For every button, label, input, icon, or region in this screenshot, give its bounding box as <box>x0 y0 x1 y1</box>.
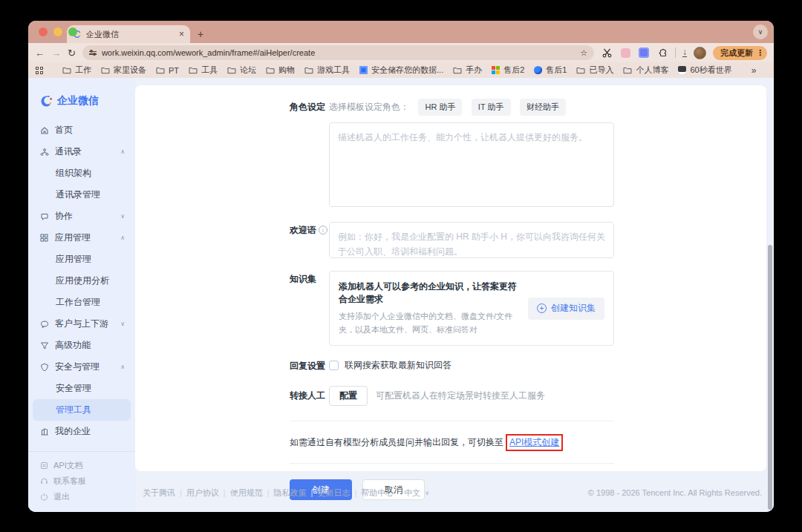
pink-extension-icon[interactable] <box>619 47 631 59</box>
profile-avatar[interactable] <box>694 47 706 59</box>
url-text[interactable]: work.weixin.qq.com/wework_admin/frame#/a… <box>102 48 575 57</box>
bookmark-folder-pt[interactable]: PT <box>156 66 179 75</box>
new-tab-button[interactable]: + <box>198 28 203 40</box>
folder-icon <box>266 67 275 74</box>
chevron-down-icon[interactable]: ∨ <box>120 213 135 220</box>
configure-button[interactable]: 配置 <box>329 386 368 406</box>
sidebar-item-advanced-features[interactable]: 高级功能 <box>28 335 135 356</box>
chevron-up-icon[interactable]: ∧ <box>120 234 135 241</box>
close-window-button[interactable] <box>39 27 48 36</box>
human-transfer-desc: 可配置机器人在特定场景时转接至人工服务 <box>376 390 545 402</box>
footer-link-changelog[interactable]: 更新日志 <box>317 487 350 499</box>
tab-close-icon[interactable]: × <box>179 29 184 39</box>
url-bar[interactable]: work.weixin.qq.com/wework_admin/frame#/a… <box>82 45 594 60</box>
forward-button[interactable]: → <box>51 47 61 59</box>
sidebar-item-workbench-management[interactable]: 工作台管理 <box>28 292 135 313</box>
footer-link-about-tencent[interactable]: 关于腾讯 <box>143 487 175 499</box>
wecom-logo[interactable]: 企业微信 <box>28 78 135 119</box>
sidebar-item-contacts[interactable]: 通讯录 ∧ <box>28 141 135 162</box>
traffic-lights <box>39 27 77 36</box>
folder-icon <box>623 67 632 74</box>
sidebar-item-contacts-management[interactable]: 通讯录管理 <box>28 184 135 206</box>
bookmark-site-secure-storage[interactable]: 安全储存您的数据... <box>359 65 443 76</box>
web-search-checkbox-label[interactable]: 联网搜索获取最新知识回答 <box>345 359 451 372</box>
sidebar-item-collaboration[interactable]: 协作 ∨ <box>28 206 135 227</box>
blue-extension-icon[interactable] <box>638 47 650 59</box>
folder-icon <box>189 67 198 74</box>
footer-link-help-center[interactable]: 帮助中心 <box>361 487 394 499</box>
folder-icon <box>227 67 236 74</box>
minimize-window-button[interactable] <box>53 27 62 36</box>
apps-grid-icon[interactable] <box>36 67 43 74</box>
sidebar-item-contact-support[interactable]: 联系客服 <box>28 473 135 489</box>
maximize-window-button[interactable] <box>68 27 77 36</box>
sidebar-item-logout[interactable]: 退出 <box>28 489 135 505</box>
footer-link-usage-guidelines[interactable]: 使用规范 <box>230 487 263 499</box>
shield-icon <box>39 363 49 372</box>
extensions-puzzle-icon[interactable] <box>656 47 668 59</box>
collaboration-icon <box>39 212 49 221</box>
site-controls-icon[interactable] <box>89 51 97 55</box>
template-chip-hr[interactable]: HR 助手 <box>418 99 462 116</box>
language-selector[interactable]: 中文 <box>404 487 420 499</box>
bookmark-folder-forums[interactable]: 论坛 <box>227 65 256 76</box>
bookmark-folder-shopping[interactable]: 购物 <box>266 65 295 76</box>
sidebar-item-api-docs[interactable]: API文档 <box>28 458 135 473</box>
bookmark-folder-imported[interactable]: 已导入 <box>576 65 613 76</box>
bookmark-folder-home-devices[interactable]: 家里设备 <box>101 65 146 76</box>
bookmark-site-aftersales2[interactable]: 售后2 <box>492 65 524 76</box>
footer-link-user-agreement[interactable]: 用户协议 <box>186 487 219 499</box>
chevron-up-icon[interactable]: ∧ <box>120 148 135 155</box>
chevron-down-icon[interactable]: ∨ <box>120 321 135 327</box>
sidebar-item-my-enterprise[interactable]: 我的企业 <box>28 421 135 442</box>
sidebar-item-org-structure[interactable]: 组织架构 <box>28 162 135 184</box>
scrollbar-thumb[interactable] <box>768 245 772 510</box>
bookmark-star-icon[interactable]: ☆ <box>580 48 587 58</box>
bookmark-folder-game-tools[interactable]: 游戏工具 <box>304 65 350 76</box>
create-knowledge-set-button[interactable]: + 创建知识集 <box>528 298 604 320</box>
footer-link-privacy-policy[interactable]: 隐私政策 <box>274 487 307 499</box>
role-description-textarea[interactable] <box>329 122 614 207</box>
bookmarks-overflow-icon[interactable]: » <box>752 65 757 76</box>
chevron-down-icon[interactable]: ∨ <box>425 490 429 496</box>
info-icon[interactable]: i <box>319 226 327 234</box>
web-search-checkbox[interactable] <box>329 361 339 370</box>
sidebar-item-app-management[interactable]: 应用管理 ∧ <box>28 227 135 249</box>
sidebar-item-app-management-sub[interactable]: 应用管理 <box>28 249 135 270</box>
template-chip-finance[interactable]: 财经助手 <box>520 99 566 116</box>
welcome-message-textarea[interactable] <box>329 222 614 258</box>
downloads-icon[interactable]: ↓ <box>682 48 687 57</box>
back-button[interactable]: ← <box>35 47 45 59</box>
sidebar-item-home[interactable]: 首页 <box>28 119 135 141</box>
chrome-update-button[interactable]: 完成更新 ⋮ <box>713 46 767 60</box>
bookmark-folder-personal-blog[interactable]: 个人博客 <box>623 65 668 76</box>
page-footer: 关于腾讯| 用户协议| 使用规范| 隐私政策| 更新日志| 帮助中心 中文 ∨ … <box>135 473 774 512</box>
bookmark-folder-figures[interactable]: 手办 <box>453 65 482 76</box>
apps-grid-icon <box>39 234 49 242</box>
sidebar-item-security-management[interactable]: 安全管理 <box>28 378 135 399</box>
browser-menu-icon[interactable]: ⋮ <box>756 48 764 58</box>
sidebar-item-app-usage-analytics[interactable]: 应用使用分析 <box>28 270 135 292</box>
bookmark-site-60s-world[interactable]: 60秒看世界 <box>678 65 731 76</box>
bookmark-folder-tools[interactable]: 工具 <box>189 65 218 76</box>
role-setting-row: 角色设定 选择模板设定角色： HR 助手 IT 助手 财经助手 <box>290 99 614 210</box>
blue-site-icon <box>534 66 542 74</box>
wecom-logo-text: 企业微信 <box>57 94 99 108</box>
api-mode-create-link[interactable]: API模式创建 <box>509 437 559 447</box>
browser-tab[interactable]: 企业微信 × <box>67 25 190 43</box>
template-chip-it[interactable]: IT 助手 <box>472 99 511 116</box>
sidebar-item-customers[interactable]: 客户与上下游 ∨ <box>28 313 135 335</box>
chevron-up-icon[interactable]: ∧ <box>120 364 135 370</box>
tab-search-chevron-icon[interactable]: ∨ <box>753 24 768 39</box>
reply-settings-label: 回复设置 <box>290 358 329 372</box>
sidebar-item-security-management-group[interactable]: 安全与管理 ∧ <box>28 356 135 378</box>
sidebar-nav: 首页 通讯录 ∧ 组织架构 通讯录管理 协作 ∨ 应用管理 ∧ <box>28 119 135 442</box>
reload-button[interactable]: ↻ <box>68 47 76 59</box>
bookmark-folder-work[interactable]: 工作 <box>62 65 91 76</box>
screenshot-extension-icon[interactable] <box>601 47 613 59</box>
ms-grid-site-icon <box>492 66 500 74</box>
bookmark-site-aftersales1[interactable]: 售后1 <box>534 65 567 76</box>
sidebar-item-management-tools[interactable]: 管理工具 <box>33 399 131 421</box>
bookmarks-bar: 工作 家里设备 PT 工具 论坛 购物 游戏工具 安全储存您的数据... 手办 … <box>28 62 774 78</box>
wecom-admin-page: 企业微信 首页 通讯录 ∧ 组织架构 通讯录管理 协作 ∨ <box>28 78 774 512</box>
